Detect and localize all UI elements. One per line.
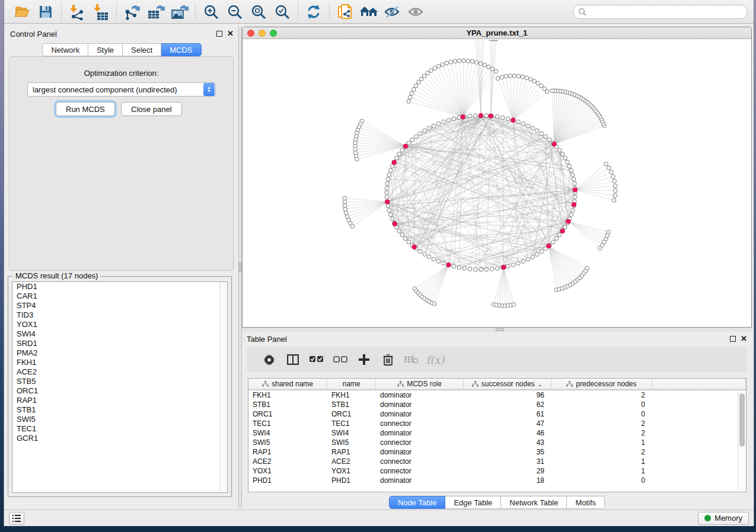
splitter-handle[interactable]	[239, 262, 241, 272]
mcds-result-item[interactable]: SRD1	[12, 339, 227, 348]
mcds-result-item[interactable]: STB5	[12, 377, 227, 386]
apply-layout-button[interactable]	[302, 2, 326, 22]
table-row[interactable]: ACE2ACE2connector311	[248, 457, 738, 466]
mcds-result-item[interactable]: ORC1	[12, 386, 227, 396]
close-panel-icon[interactable]: ✕	[227, 31, 234, 37]
mcds-result-item[interactable]: YOX1	[12, 320, 227, 329]
mcds-result-item[interactable]: RAP1	[12, 396, 227, 405]
table-row[interactable]: SWI4SWI4dominator462	[248, 428, 738, 438]
splitter-handle[interactable]	[496, 328, 504, 331]
cell: connector	[376, 419, 464, 428]
table-row[interactable]: TEC1TEC1connector472	[248, 419, 738, 428]
first-neighbors-button[interactable]	[357, 2, 381, 22]
attribute-icon	[472, 381, 479, 387]
cell-filler	[652, 428, 738, 438]
tab-node-table[interactable]: Node Table	[389, 496, 446, 509]
tab-style[interactable]: Style	[88, 43, 123, 56]
table-row[interactable]: STB1STB1dominator620	[248, 400, 738, 409]
mcds-result-item[interactable]: STP4	[12, 301, 227, 310]
table-scrollbar[interactable]	[738, 390, 746, 492]
import-table-button[interactable]	[89, 2, 113, 22]
table-row[interactable]: YOX1YOX1connector291	[248, 466, 738, 476]
task-history-button[interactable]	[9, 512, 24, 525]
table-row[interactable]: RAP1RAP1dominator352	[248, 447, 738, 457]
mcds-result-item[interactable]: PMA2	[12, 348, 227, 358]
scrollbar-thumb[interactable]	[739, 393, 745, 447]
mcds-result-list[interactable]: PHD1CAR1STP4TID3YOX1SWI4SRD1PMA2FKH1ACE2…	[12, 281, 228, 493]
mcds-result-item[interactable]: PHD1	[12, 282, 227, 291]
import-network-button[interactable]	[65, 2, 89, 22]
run-mcds-button[interactable]: Run MCDS	[56, 102, 115, 116]
network-graph[interactable]	[243, 40, 751, 328]
mcds-result-item[interactable]: TEC1	[12, 424, 227, 434]
table-row[interactable]: SWI5SWI5connector431	[248, 438, 738, 447]
zoom-in-button[interactable]	[199, 2, 223, 22]
create-column-button[interactable]	[352, 350, 376, 370]
tab-motifs[interactable]: Motifs	[567, 496, 605, 509]
column-header-successor-nodes[interactable]: successor nodes⌄	[464, 379, 551, 389]
mcds-result-item[interactable]: TID3	[12, 310, 227, 320]
mcds-result-item[interactable]: SWI5	[12, 415, 227, 424]
column-header-shared-name[interactable]: shared name	[248, 379, 327, 389]
cell-filler	[652, 447, 738, 457]
memory-button[interactable]: Memory	[698, 512, 749, 525]
save-session-button[interactable]	[34, 2, 58, 22]
cell: 2	[551, 428, 652, 438]
close-panel-button[interactable]: Close panel	[121, 102, 182, 116]
zoom-selected-button[interactable]	[270, 2, 294, 22]
close-panel-icon[interactable]: ✕	[741, 336, 747, 342]
show-columns-button[interactable]	[281, 350, 305, 370]
table-settings-button[interactable]	[257, 350, 281, 370]
mcds-result-item[interactable]: SWI4	[12, 329, 227, 339]
cell: 1	[551, 457, 652, 466]
mcds-list-scrollbar[interactable]	[219, 282, 227, 492]
open-session-button[interactable]	[10, 2, 34, 22]
mcds-result-item[interactable]: FKH1	[12, 358, 227, 367]
zoom-out-icon	[227, 4, 243, 20]
delete-column-button[interactable]	[376, 350, 400, 370]
cell: connector	[376, 457, 464, 466]
float-panel-icon[interactable]	[730, 336, 736, 342]
mcds-result-item[interactable]: ACE2	[12, 367, 227, 377]
mcds-result-item[interactable]: CAR1	[12, 291, 227, 301]
tab-network-table[interactable]: Network Table	[501, 496, 567, 509]
mcds-result-item[interactable]: STB1	[12, 405, 227, 415]
eye-icon	[407, 4, 425, 20]
deselect-all-rows-button[interactable]	[328, 350, 352, 370]
cell: 62	[464, 400, 551, 409]
search-input[interactable]	[573, 5, 748, 19]
cell: SWI4	[327, 428, 376, 438]
cell: FKH1	[248, 390, 327, 400]
mcds-result-item[interactable]: GCR1	[12, 434, 227, 443]
table-row[interactable]: FKH1FKH1dominator962	[248, 390, 738, 400]
show-all-button[interactable]	[404, 2, 428, 22]
cell: FKH1	[327, 390, 376, 400]
delete-table-icon	[404, 355, 419, 364]
zoom-fit-button[interactable]	[247, 2, 270, 22]
attribute-icon	[397, 381, 404, 387]
network-canvas[interactable]	[243, 40, 751, 327]
tab-network[interactable]: Network	[42, 43, 88, 56]
clone-network-button[interactable]	[333, 2, 357, 22]
column-header-name[interactable]: name	[327, 379, 376, 389]
criterion-dropdown[interactable]: largest connected component (undirected)…	[27, 82, 216, 97]
table-row[interactable]: PHD1PHD1dominator180	[248, 476, 738, 485]
select-all-rows-button[interactable]	[305, 350, 328, 370]
column-header-MCDS-role[interactable]: MCDS role	[376, 379, 464, 389]
mcds-tab-content: Optimization criterion: largest connecte…	[9, 56, 234, 271]
cell: ACE2	[327, 457, 376, 466]
tab-edge-table[interactable]: Edge Table	[445, 496, 501, 509]
network-title: YPA_prune.txt_1	[243, 28, 751, 37]
column-header-predecessor-nodes[interactable]: predecessor nodes	[551, 379, 652, 389]
table-row[interactable]: ORC1ORC1dominator610	[248, 409, 738, 419]
hide-selected-button[interactable]	[381, 2, 404, 22]
export-table-button[interactable]	[144, 2, 168, 22]
float-panel-icon[interactable]	[216, 31, 222, 37]
horizontal-splitter[interactable]	[242, 328, 752, 332]
export-image-button[interactable]	[168, 2, 192, 22]
zoom-out-button[interactable]	[223, 2, 247, 22]
column-header-filler	[652, 379, 746, 389]
tab-mcds[interactable]: MCDS	[161, 43, 201, 56]
tab-select[interactable]: Select	[123, 43, 161, 56]
export-network-button[interactable]	[120, 2, 144, 22]
